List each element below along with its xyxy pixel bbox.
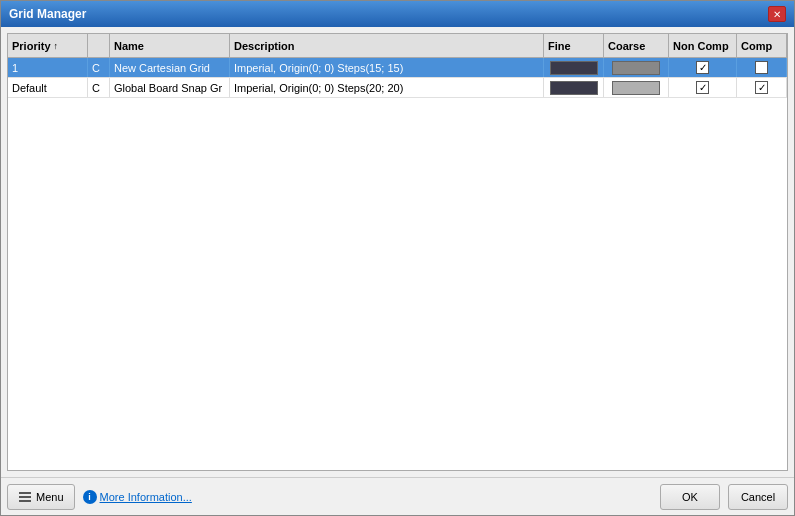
menu-label: Menu [36,491,64,503]
content-area: Priority ↑ Name Description Fine Coarse … [1,27,794,477]
menu-icon [18,490,32,504]
cell-fine [544,58,604,77]
coarse-swatch [612,61,660,75]
col-header-name[interactable]: Name [110,34,230,57]
title-bar: Grid Manager ✕ [1,1,794,27]
more-info-link[interactable]: i More Information... [83,490,192,504]
close-button[interactable]: ✕ [768,6,786,22]
col-header-description[interactable]: Description [230,34,544,57]
ok-button[interactable]: OK [660,484,720,510]
main-window: Grid Manager ✕ Priority ↑ Name Descripti… [0,0,795,516]
col-header-type[interactable] [88,34,110,57]
footer: Menu i More Information... OK Cancel [1,477,794,515]
svg-rect-2 [19,500,31,502]
svg-rect-1 [19,496,31,498]
col-header-noncomp[interactable]: Non Comp [669,34,737,57]
cell-noncomp[interactable] [669,58,737,77]
col-header-priority[interactable]: Priority ↑ [8,34,88,57]
col-header-comp[interactable]: Comp [737,34,787,57]
title-bar-controls: ✕ [768,6,786,22]
grid-container: Priority ↑ Name Description Fine Coarse … [7,33,788,471]
coarse-swatch [612,81,660,95]
more-info-label: More Information... [100,491,192,503]
grid-body: 1 C New Cartesian Grid Imperial, Origin(… [8,58,787,470]
comp-checkbox[interactable] [755,61,768,74]
cell-coarse [604,78,669,97]
comp-checkbox[interactable] [755,81,768,94]
cell-type: C [88,58,110,77]
menu-button[interactable]: Menu [7,484,75,510]
cell-description: Imperial, Origin(0; 0) Steps(20; 20) [230,78,544,97]
grid-header: Priority ↑ Name Description Fine Coarse … [8,34,787,58]
noncomp-checkbox[interactable] [696,81,709,94]
cell-name: Global Board Snap Gr [110,78,230,97]
sort-arrow-icon: ↑ [54,41,59,51]
cell-priority: 1 [8,58,88,77]
table-row[interactable]: Default C Global Board Snap Gr Imperial,… [8,78,787,98]
col-header-fine[interactable]: Fine [544,34,604,57]
svg-rect-0 [19,492,31,494]
fine-swatch [550,61,598,75]
cell-type: C [88,78,110,97]
table-row[interactable]: 1 C New Cartesian Grid Imperial, Origin(… [8,58,787,78]
cell-name: New Cartesian Grid [110,58,230,77]
cell-comp[interactable] [737,58,787,77]
fine-swatch [550,81,598,95]
window-title: Grid Manager [9,7,86,21]
col-header-coarse[interactable]: Coarse [604,34,669,57]
cell-priority: Default [8,78,88,97]
cancel-button[interactable]: Cancel [728,484,788,510]
cell-description: Imperial, Origin(0; 0) Steps(15; 15) [230,58,544,77]
info-icon: i [83,490,97,504]
cell-coarse [604,58,669,77]
noncomp-checkbox[interactable] [696,61,709,74]
cell-comp[interactable] [737,78,787,97]
cell-fine [544,78,604,97]
cell-noncomp[interactable] [669,78,737,97]
